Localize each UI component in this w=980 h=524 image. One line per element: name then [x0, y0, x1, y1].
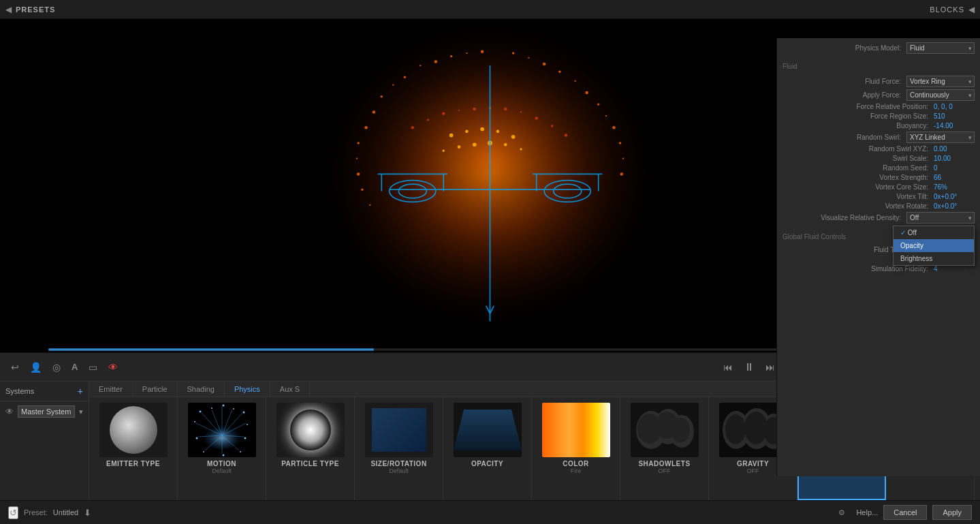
top-bar-left: ◀ PRESETS [5, 5, 55, 14]
particle-type-name: PARTICLE TYPE [281, 460, 339, 467]
gravity-sub: OFF [747, 467, 759, 474]
physics-model-row: Physics Model: Fluid ▾ [783, 42, 975, 54]
swirl-scale-row: Swirl Scale: 10.00 [783, 155, 975, 162]
preset-emitter-type[interactable]: EMITTER TYPE [89, 397, 178, 500]
audio-button[interactable]: ◎ [50, 360, 63, 374]
svg-point-1 [374, 50, 606, 266]
undo-button[interactable]: ↩ [8, 360, 22, 374]
gravity-name: GRAVITY [737, 460, 769, 467]
svg-point-103 [744, 412, 768, 444]
status-bar: ↺ Preset: Untitled ⬇ ⚙ Help... Cancel Ap… [0, 500, 980, 524]
add-system-button[interactable]: + [78, 386, 83, 397]
vortex-tilt-value[interactable]: 0x+0.0° [934, 193, 975, 200]
svg-point-44 [511, 135, 516, 139]
svg-point-8 [450, 55, 452, 57]
prev-frame-button[interactable]: ⏮ [721, 360, 736, 374]
swirl-scale-value[interactable]: 10.00 [934, 155, 975, 162]
force-relative-pos-value[interactable]: 0, 0, 0 [934, 103, 975, 110]
menu-item-off[interactable]: Off [894, 226, 974, 239]
right-panel: Physics Model: Fluid ▾ Fluid Fluid Force… [776, 38, 980, 476]
random-seed-value[interactable]: 0 [934, 164, 975, 172]
simulation-fidelity-value[interactable]: 4 [934, 265, 975, 273]
save-preset-button[interactable]: ⬇ [84, 508, 91, 518]
presets-title: PRESETS [16, 5, 55, 14]
color-thumb [542, 403, 610, 457]
random-swirl-xyz-value[interactable]: 0.00 [934, 145, 975, 153]
svg-point-86 [244, 437, 246, 440]
vortex-tilt-row: Vortex Tilt: 0x+0.0° [783, 193, 975, 200]
vortex-rotate-value[interactable]: 0x+0.0° [934, 202, 975, 210]
blocks-arrow-icon[interactable]: ◀ [968, 5, 975, 14]
apply-force-select[interactable]: Continuously [906, 89, 975, 101]
apply-force-label: Apply Force: [863, 91, 901, 99]
visualize-density-label: Visualize Relative Density: [821, 214, 901, 221]
vortex-strength-label: Vortex Strength: [879, 174, 928, 181]
tab-aux[interactable]: Aux S [270, 382, 310, 397]
help-button[interactable]: Help... [856, 508, 878, 517]
svg-point-5 [404, 76, 406, 78]
buoyancy-value[interactable]: -14.00 [934, 122, 975, 129]
preset-shadowlets[interactable]: SHADOWLETS OFF [620, 397, 709, 500]
visualize-density-dropdown-wrap: Off ▾ Off Opacity Brightness [906, 212, 975, 224]
random-swirl-dropdown-wrap: XYZ Linked ▾ [906, 132, 975, 143]
text-button[interactable]: A [69, 360, 80, 373]
preset-opacity[interactable]: OPACITY [443, 397, 532, 500]
emitter-type-name: EMITTER TYPE [106, 460, 160, 467]
play-pause-button[interactable]: ⏸ [741, 360, 757, 375]
tab-emitter[interactable]: Emitter [89, 382, 133, 397]
vortex-core-size-value[interactable]: 76% [934, 183, 975, 191]
vortex-rotate-label: Vortex Rotate: [885, 202, 928, 210]
sphere-shape [110, 406, 157, 454]
svg-point-49 [504, 143, 507, 147]
systems-header: Systems + [0, 382, 89, 401]
color-name: COLOR [563, 460, 589, 467]
svg-point-0 [319, 19, 660, 329]
force-region-size-value[interactable]: 510 [934, 112, 975, 120]
svg-point-39 [565, 134, 568, 137]
svg-point-56 [398, 184, 426, 198]
frame-button[interactable]: ▭ [86, 360, 100, 374]
physics-model-label: Physics Model: [855, 44, 901, 52]
svg-point-55 [390, 181, 436, 202]
tab-physics[interactable]: Physics [225, 382, 270, 397]
random-swirl-select[interactable]: XYZ Linked [906, 132, 975, 143]
tab-particle[interactable]: Particle [133, 382, 178, 397]
svg-point-42 [480, 127, 484, 132]
menu-item-brightness[interactable]: Brightness [894, 252, 974, 265]
apply-button[interactable]: Apply [932, 505, 972, 520]
buoyancy-label: Buoyancy: [896, 122, 928, 129]
status-reset-button[interactable]: ↺ [8, 506, 18, 519]
svg-line-53 [486, 306, 490, 313]
visibility-icon[interactable]: 👁 [5, 407, 14, 416]
menu-item-opacity[interactable]: Opacity [894, 239, 974, 252]
svg-point-3 [392, 84, 394, 86]
preset-particle-type[interactable]: PARTICLE TYPE [266, 397, 355, 500]
gear-icon[interactable]: ⚙ [838, 508, 845, 517]
preset-motion[interactable]: MOTION Default [178, 397, 266, 500]
fluid-force-select[interactable]: Vortex Ring [906, 76, 975, 87]
next-frame-button[interactable]: ⏭ [763, 360, 778, 374]
motion-name: MOTION [207, 460, 236, 467]
svg-point-41 [465, 130, 469, 134]
tab-shading[interactable]: Shading [178, 382, 225, 397]
svg-point-85 [247, 424, 248, 425]
cancel-button[interactable]: Cancel [883, 505, 927, 520]
fire-gradient [542, 403, 610, 457]
random-swirl-xyz-label: Random Swirl XYZ: [869, 145, 928, 153]
force-region-size-label: Force Region Size: [870, 112, 928, 120]
svg-point-16 [585, 91, 588, 95]
physics-model-select[interactable]: Fluid [906, 42, 975, 54]
preset-color[interactable]: COLOR Fire [532, 397, 620, 500]
back-arrow-icon[interactable]: ◀ [5, 5, 12, 14]
random-swirl-row: Random Swirl: XYZ Linked ▾ [783, 132, 975, 143]
camera-button[interactable]: 👤 [27, 360, 44, 374]
svg-point-36 [520, 111, 522, 112]
eye-button[interactable]: 👁 [106, 360, 121, 374]
visualize-density-select[interactable]: Off [906, 212, 975, 224]
master-system-select[interactable]: Master System [18, 405, 75, 418]
svg-point-25 [612, 126, 616, 129]
svg-point-6 [420, 65, 421, 66]
vortex-strength-value[interactable]: 66 [934, 174, 975, 181]
preset-size-rotation[interactable]: SIZE/ROTATION Default [355, 397, 443, 500]
svg-point-89 [203, 451, 204, 452]
